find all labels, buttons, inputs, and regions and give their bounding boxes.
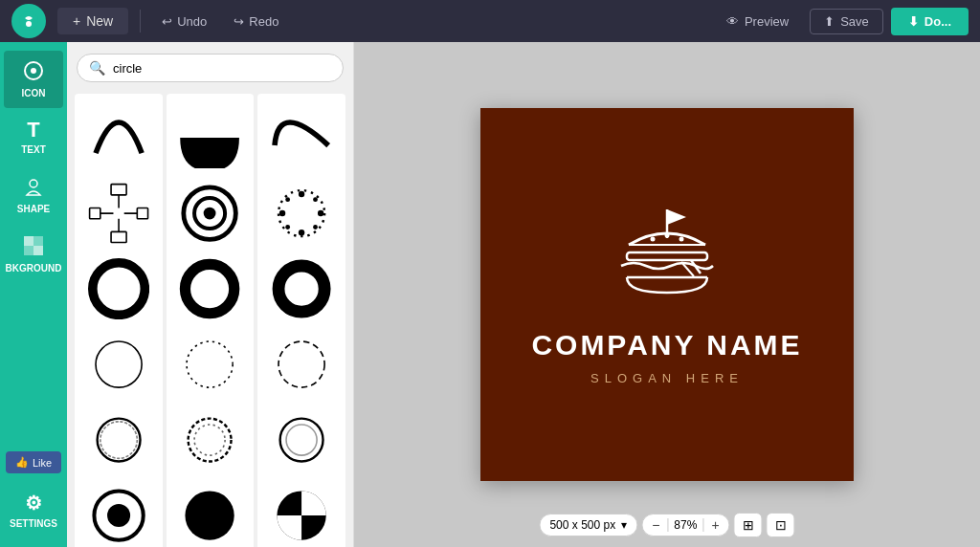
undo-label: Undo bbox=[177, 14, 207, 29]
list-item[interactable] bbox=[75, 169, 163, 257]
svg-point-23 bbox=[299, 191, 304, 197]
sidebar-bkground-label: BKGROUND bbox=[6, 263, 62, 274]
like-label: Like bbox=[33, 457, 52, 469]
sidebar-icon-label: ICON bbox=[22, 88, 46, 98]
settings-label: SETTINGS bbox=[10, 518, 57, 529]
redo-label: Redo bbox=[249, 14, 278, 29]
separator bbox=[140, 10, 141, 33]
svg-point-28 bbox=[313, 225, 318, 230]
download-label: Do... bbox=[924, 14, 951, 29]
svg-point-21 bbox=[279, 210, 285, 216]
svg-point-22 bbox=[318, 210, 323, 216]
company-name: COMPANY NAME bbox=[531, 329, 802, 361]
redo-button[interactable]: ↪ Redo bbox=[224, 10, 288, 33]
shape-tool-icon bbox=[23, 176, 44, 200]
bottom-bar: 500 x 500 px ▾ − 87% + ⊞ ⊡ bbox=[539, 513, 794, 537]
list-item[interactable] bbox=[257, 320, 345, 408]
svg-point-42 bbox=[107, 504, 130, 527]
canvas-board[interactable]: COMPANY NAME SLOGAN HERE bbox=[480, 108, 854, 481]
zoom-out-button[interactable]: − bbox=[650, 518, 661, 532]
eye-icon: 👁 bbox=[726, 14, 739, 29]
list-item[interactable] bbox=[75, 471, 163, 547]
svg-rect-9 bbox=[111, 184, 126, 194]
burger-icon bbox=[600, 205, 734, 319]
search-input[interactable] bbox=[113, 61, 331, 76]
svg-marker-46 bbox=[667, 209, 686, 225]
plus-icon: + bbox=[73, 13, 80, 29]
settings-icon: ⚙ bbox=[25, 492, 42, 514]
sidebar-item-text[interactable]: T TEXT bbox=[4, 110, 63, 164]
size-select[interactable]: 500 x 500 px ▾ bbox=[539, 514, 637, 536]
svg-point-48 bbox=[651, 236, 656, 241]
icons-grid bbox=[67, 90, 353, 547]
svg-point-27 bbox=[285, 225, 290, 230]
list-item[interactable] bbox=[75, 396, 163, 484]
svg-point-29 bbox=[93, 263, 145, 316]
sidebar-shape-label: SHAPE bbox=[17, 204, 50, 214]
svg-rect-10 bbox=[111, 231, 126, 242]
preview-button[interactable]: 👁 Preview bbox=[713, 10, 802, 33]
svg-point-4 bbox=[30, 180, 37, 187]
sidebar: ICON T TEXT SHAPE BKGROUND 👍 Like ⚙ SETT… bbox=[0, 42, 67, 547]
list-item[interactable] bbox=[167, 169, 255, 257]
list-item[interactable] bbox=[75, 245, 163, 333]
size-label: 500 x 500 px bbox=[549, 518, 615, 532]
search-input-wrap: 🔍 bbox=[77, 54, 344, 82]
sidebar-item-background[interactable]: BKGROUND bbox=[4, 226, 63, 283]
undo-button[interactable]: ↩ Undo bbox=[152, 10, 216, 33]
sidebar-text-label: TEXT bbox=[21, 144, 46, 155]
list-item[interactable] bbox=[257, 94, 345, 182]
svg-point-25 bbox=[285, 197, 290, 202]
redo-icon: ↪ bbox=[234, 14, 244, 29]
svg-point-38 bbox=[194, 425, 225, 455]
search-icon: 🔍 bbox=[89, 60, 105, 76]
sidebar-item-icon[interactable]: ICON bbox=[4, 51, 63, 108]
fit-view-button[interactable]: ⊡ bbox=[767, 513, 795, 537]
svg-rect-6 bbox=[33, 236, 43, 246]
svg-rect-7 bbox=[24, 246, 33, 255]
svg-point-33 bbox=[187, 341, 233, 387]
list-item[interactable] bbox=[167, 245, 255, 333]
list-item[interactable] bbox=[167, 320, 255, 408]
grid-view-button[interactable]: ⊞ bbox=[734, 513, 763, 537]
list-item[interactable] bbox=[257, 471, 345, 547]
new-button[interactable]: + New bbox=[57, 8, 128, 34]
list-item[interactable] bbox=[75, 320, 163, 408]
svg-point-40 bbox=[286, 425, 317, 455]
svg-point-32 bbox=[96, 341, 142, 387]
thumbs-up-icon: 👍 bbox=[15, 456, 29, 469]
zoom-in-button[interactable]: + bbox=[709, 518, 721, 532]
list-item[interactable] bbox=[257, 169, 345, 257]
svg-point-19 bbox=[204, 207, 216, 219]
svg-point-36 bbox=[100, 422, 137, 458]
svg-point-3 bbox=[31, 68, 36, 74]
icons-panel: 🔍 bbox=[67, 42, 354, 547]
grid-icon: ⊞ bbox=[743, 517, 754, 533]
list-item[interactable] bbox=[167, 471, 255, 547]
list-item[interactable] bbox=[257, 245, 345, 333]
sidebar-item-shape[interactable]: SHAPE bbox=[4, 166, 63, 224]
upload-icon: ⬆ bbox=[824, 14, 835, 29]
fit-icon: ⊡ bbox=[775, 517, 787, 533]
svg-point-30 bbox=[186, 264, 234, 313]
canvas-area: COMPANY NAME SLOGAN HERE 500 x 500 px ▾ … bbox=[354, 42, 980, 547]
svg-rect-5 bbox=[24, 236, 33, 246]
background-tool-icon bbox=[23, 235, 44, 259]
save-button[interactable]: ⬆ Save bbox=[810, 9, 883, 34]
main-area: ICON T TEXT SHAPE BKGROUND 👍 Like ⚙ SETT… bbox=[0, 42, 980, 547]
like-button[interactable]: 👍 Like bbox=[6, 451, 61, 473]
save-label: Save bbox=[840, 14, 869, 29]
list-item[interactable] bbox=[167, 396, 255, 484]
preview-label: Preview bbox=[745, 14, 789, 29]
slogan-text: SLOGAN HERE bbox=[590, 371, 744, 385]
text-tool-icon: T bbox=[27, 120, 39, 141]
list-item[interactable] bbox=[75, 94, 163, 182]
download-button[interactable]: ⬇ Do... bbox=[891, 8, 969, 35]
svg-point-49 bbox=[665, 232, 670, 237]
sidebar-item-settings[interactable]: ⚙ SETTINGS bbox=[4, 482, 63, 538]
list-item[interactable] bbox=[257, 396, 345, 484]
zoom-controls: − 87% + bbox=[641, 514, 729, 536]
list-item[interactable] bbox=[167, 94, 255, 182]
new-label: New bbox=[86, 13, 113, 29]
zoom-sep bbox=[667, 518, 668, 532]
